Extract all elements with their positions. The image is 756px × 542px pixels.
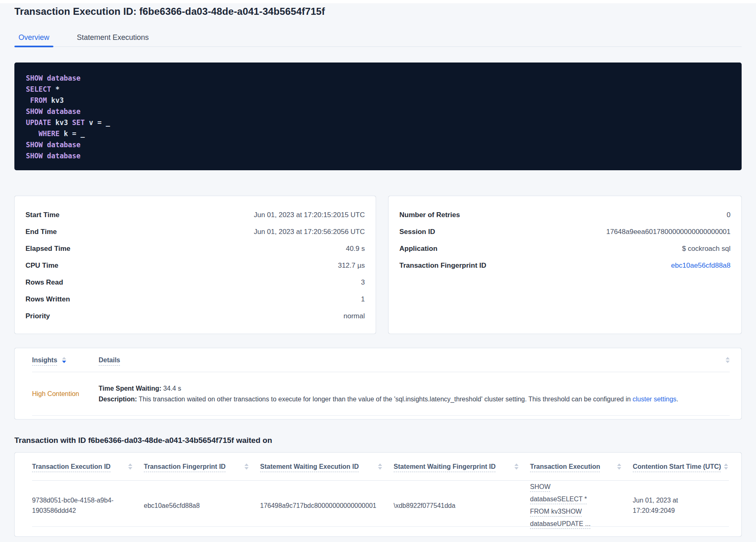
- detail-row-retries: Number of Retries 0: [399, 206, 731, 223]
- sort-arrows-icon[interactable]: [724, 463, 728, 470]
- sort-arrows-icon[interactable]: [726, 357, 730, 363]
- sql-keyword: SHOW database: [26, 107, 81, 116]
- transaction-execution-link[interactable]: SHOW databaseSELECT * FROM kv3SHOW datab…: [530, 481, 601, 530]
- cluster-settings-link[interactable]: cluster settings: [633, 396, 677, 403]
- detail-row-elapsed-time: Elapsed Time 40.9 s: [25, 240, 365, 257]
- sql-identifier: kv3: [47, 96, 64, 104]
- cell-contention-start-time: Jun 01, 2023 at 17:20:49:2049: [633, 495, 729, 516]
- description-text: This transaction waited on other transac…: [137, 396, 632, 403]
- sql-statements-box: SHOW database SELECT * FROM kv3 SHOW dat…: [14, 63, 742, 170]
- sql-line: SHOW database: [26, 73, 730, 84]
- sort-arrows-icon[interactable]: [244, 463, 249, 470]
- detail-label: Application: [399, 245, 438, 253]
- insights-sort-header[interactable]: Insights: [32, 357, 57, 364]
- sql-keyword: SELECT: [26, 85, 51, 93]
- sort-asc-icon: [514, 463, 519, 466]
- insights-table-header: Insights Details: [32, 348, 730, 372]
- detail-label: Transaction Fingerprint ID: [399, 262, 486, 270]
- sort-asc-icon: [726, 357, 730, 359]
- detail-label: Rows Read: [25, 278, 63, 287]
- waited-on-table: Transaction Execution ID Transaction Fin…: [14, 452, 742, 537]
- sort-desc-icon: [724, 467, 728, 470]
- insight-details: Time Spent Waiting: 34.4 s Description: …: [99, 383, 730, 405]
- cell-statement-waiting-fingerprint-id: \xdb8922f077541dda: [394, 500, 530, 511]
- sort-arrows-icon[interactable]: [378, 463, 382, 470]
- column-sort-label[interactable]: Contention Start Time (UTC): [633, 463, 721, 470]
- sort-arrows-icon[interactable]: [128, 463, 132, 470]
- sort-desc-icon: [244, 467, 249, 470]
- sort-desc-icon: [62, 361, 66, 363]
- column-sort-label[interactable]: Statement Waiting Fingerprint ID: [394, 463, 496, 470]
- sort-asc-icon: [62, 357, 66, 359]
- detail-row-application: Application $ cockroach sql: [399, 240, 731, 257]
- detail-label: Session ID: [399, 228, 435, 236]
- sort-desc-icon: [128, 467, 132, 470]
- detail-row-session-id: Session ID 17648a9eea6017800000000000000…: [399, 223, 731, 240]
- execution-details-card: Start Time Jun 01, 2023 at 17:20:15:2015…: [14, 196, 376, 334]
- sort-desc-icon: [617, 467, 621, 470]
- detail-row-rows-read: Rows Read 3: [25, 274, 365, 291]
- column-header-statement-waiting-fingerprint-id: Statement Waiting Fingerprint ID: [394, 463, 530, 470]
- tab-overview[interactable]: Overview: [14, 29, 53, 46]
- sort-asc-icon: [378, 463, 382, 466]
- detail-row-priority: Priority normal: [25, 308, 365, 324]
- column-header-transaction-fingerprint-id: Transaction Fingerprint ID: [144, 463, 260, 470]
- detail-row-end-time: End Time Jun 01, 2023 at 17:20:56:2056 U…: [25, 223, 365, 240]
- sql-keyword: FROM: [26, 96, 47, 104]
- page-title: Transaction Execution ID: f6be6366-da03-…: [14, 6, 325, 17]
- column-sort-label[interactable]: Statement Waiting Execution ID: [260, 463, 359, 470]
- detail-value: 17648a9eea6017800000000000000001: [606, 228, 731, 236]
- sql-identifier: kv3: [51, 118, 72, 127]
- session-details-card: Number of Retries 0 Session ID 17648a9ee…: [388, 196, 742, 334]
- detail-label: Rows Written: [25, 295, 70, 303]
- detail-value: 0: [727, 211, 731, 219]
- detail-value: 312.7 µs: [338, 262, 365, 270]
- detail-value: 40.9 s: [346, 245, 365, 253]
- column-sort-label[interactable]: Transaction Execution: [530, 463, 600, 470]
- sort-arrows-icon[interactable]: [617, 463, 621, 470]
- details-sort-header[interactable]: Details: [99, 357, 120, 364]
- column-sort-label[interactable]: Transaction Execution ID: [32, 463, 111, 470]
- waited-on-table-header: Transaction Execution ID Transaction Fin…: [32, 453, 729, 481]
- insight-type-badge: High Contention: [32, 390, 99, 398]
- column-header-transaction-execution: Transaction Execution: [530, 463, 633, 470]
- column-header-transaction-execution-id: Transaction Execution ID: [32, 463, 144, 470]
- detail-row-start-time: Start Time Jun 01, 2023 at 17:20:15:2015…: [25, 206, 365, 223]
- waited-on-heading: Transaction with ID f6be6366-da03-48de-a…: [14, 436, 272, 445]
- detail-label: Priority: [25, 312, 50, 320]
- tab-bar: Overview Statement Executions: [14, 29, 742, 47]
- sql-keyword: SHOW database: [26, 152, 81, 160]
- sql-line: UPDATE kv3 SET v = _: [26, 117, 730, 128]
- sort-asc-icon: [724, 463, 728, 466]
- sort-arrows-icon[interactable]: [514, 463, 519, 470]
- sql-keyword: UPDATE: [26, 118, 51, 127]
- detail-label: Number of Retries: [399, 211, 460, 219]
- detail-value: Jun 01, 2023 at 17:20:15:2015 UTC: [254, 211, 365, 219]
- tab-statement-executions-label: Statement Executions: [77, 33, 149, 42]
- sql-identifier: *: [51, 85, 59, 93]
- sql-line: FROM kv3: [26, 95, 730, 106]
- sql-line: SHOW database: [26, 139, 730, 151]
- transaction-fingerprint-link[interactable]: ebc10ae56cfd88a8: [671, 262, 731, 270]
- tab-statement-executions[interactable]: Statement Executions: [73, 29, 153, 46]
- sql-keyword: WHERE: [26, 130, 60, 138]
- sql-line: WHERE k = _: [26, 128, 730, 139]
- sort-asc-icon: [128, 463, 132, 466]
- sort-desc-icon: [378, 467, 382, 470]
- waiting-time-value: 34.4 s: [161, 385, 181, 392]
- detail-label: End Time: [25, 228, 57, 236]
- description-period: .: [676, 396, 678, 403]
- sort-desc-icon: [726, 361, 730, 363]
- detail-value: $ cockroach sql: [682, 245, 731, 253]
- detail-row-rows-written: Rows Written 1: [25, 291, 365, 308]
- waiting-time-label: Time Spent Waiting:: [99, 385, 161, 392]
- sql-keyword: SHOW database: [26, 74, 81, 82]
- detail-label: CPU Time: [25, 262, 58, 270]
- column-header-contention-start-time: Contention Start Time (UTC): [633, 463, 729, 470]
- sql-keyword: SET: [72, 118, 85, 127]
- sort-arrows-icon[interactable]: [62, 357, 66, 363]
- column-sort-label[interactable]: Transaction Fingerprint ID: [144, 463, 226, 470]
- sql-line: SHOW database: [26, 151, 730, 162]
- sql-line: SELECT *: [26, 84, 730, 95]
- sql-identifier: k = _: [60, 130, 85, 138]
